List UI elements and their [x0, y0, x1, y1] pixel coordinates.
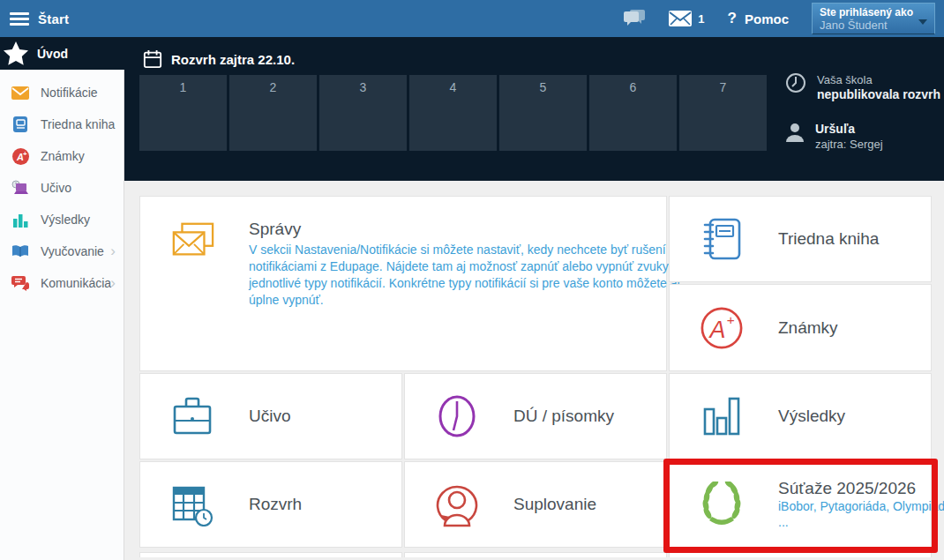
calendar-icon	[143, 49, 162, 69]
logged-in-user-dropdown[interactable]: Ste prihlásený ako Jano Študent	[812, 3, 935, 34]
tile-description: V sekcii Nastavenia/Notifikácie si môžet…	[249, 242, 694, 309]
person-icon	[785, 122, 805, 143]
grade-a-plus-icon: A +	[700, 305, 744, 351]
teacher-info: zajtra: Sergej	[815, 137, 883, 152]
edupage-home-page: Štart 1 ? Pomoc Ste pri	[0, 0, 944, 560]
partial-tile	[404, 552, 667, 557]
tile-title: Výsledky	[778, 407, 845, 426]
clock-icon	[785, 72, 806, 93]
sidebar-item-uvod[interactable]: Úvod	[0, 37, 124, 70]
next-row-partial	[139, 552, 932, 557]
login-status-label: Ste prihlásený ako	[820, 6, 927, 19]
tile-vysledky[interactable]: Výsledky	[669, 373, 932, 459]
sidebar-item-label: Úvod	[37, 47, 68, 61]
timetable-title: Rozvrh zajtra 22.10.	[171, 52, 295, 67]
tile-suplovanie[interactable]: Suplovanie	[404, 461, 667, 548]
tile-title: Známky	[778, 318, 838, 338]
teacher-name: Uršuľa	[815, 122, 883, 137]
svg-text:+: +	[727, 312, 735, 327]
clock-icon	[435, 394, 479, 438]
period-cell[interactable]: 7	[679, 75, 767, 151]
tile-spravy[interactable]: Správy V sekcii Nastavenia/Notifikácie s…	[139, 196, 667, 371]
school-label: Vaša škola	[817, 72, 940, 87]
tile-title: Triedna kniha	[778, 229, 879, 249]
top-bar: Štart 1 ? Pomoc Ste pri	[0, 0, 944, 37]
grade-a-plus-icon: A +	[11, 147, 29, 165]
help-button[interactable]: ? Pomoc	[728, 10, 789, 27]
substitution-person-icon	[435, 482, 479, 527]
sidebar-item-triedna-kniha[interactable]: Triedna kniha	[0, 108, 124, 140]
chevron-down-icon	[918, 19, 927, 25]
double-envelope-icon	[170, 221, 214, 260]
period-row: 1 2 3 4 5 6 7	[139, 75, 767, 151]
messages-envelope-icon[interactable]: 1	[669, 11, 704, 26]
open-book-icon	[11, 243, 29, 260]
user-name: Jano Študent	[820, 19, 927, 33]
tile-title: Súťaže 2025/2026	[778, 479, 944, 498]
tile-rozvrh[interactable]: Rozvrh	[139, 461, 402, 548]
teacher-substitution-info: Uršuľa zajtra: Sergej	[785, 122, 940, 152]
tile-title: Suplovanie	[513, 495, 596, 514]
svg-text:+: +	[23, 150, 27, 158]
period-cell[interactable]: 5	[499, 75, 587, 151]
partial-tile	[669, 552, 932, 557]
chevron-right-icon: ›	[110, 243, 116, 260]
main-content: Správy V sekcii Nastavenia/Notifikácie s…	[124, 181, 944, 560]
period-cell[interactable]: 3	[319, 75, 407, 151]
school-status: nepublikovala rozvrh	[817, 87, 940, 102]
spiral-notebook-icon	[700, 217, 744, 261]
tile-title: Správy	[249, 220, 694, 239]
period-cell[interactable]: 4	[409, 75, 497, 151]
sidebar-item-vysledky[interactable]: Výsledky	[0, 204, 124, 235]
sidebar-item-znamky[interactable]: A + Známky	[0, 140, 124, 172]
bar-chart-icon	[11, 211, 29, 228]
tile-triedna-kniha[interactable]: Triedna kniha	[669, 196, 932, 282]
hamburger-menu-icon[interactable]	[10, 10, 29, 28]
laptop-clock-icon	[11, 179, 29, 197]
chevron-right-icon: ›	[110, 274, 116, 292]
tile-ucivo[interactable]: Učivo	[139, 373, 402, 459]
bar-chart-icon	[700, 395, 744, 437]
tile-subtitle: iBobor, Pytagoriáda, Olympiáda, ...	[778, 498, 944, 530]
sidebar: Notifikácie Triedna kniha A + Známky	[0, 70, 124, 560]
period-cell[interactable]: 6	[589, 75, 677, 151]
sidebar-item-vyucovanie[interactable]: Vyučovanie ›	[0, 235, 124, 267]
sidebar-item-komunikacia[interactable]: Komunikácia ›	[0, 267, 124, 299]
school-timetable-status: Vaša škola nepublikovala rozvrh	[785, 72, 940, 102]
svg-text:A: A	[708, 316, 726, 342]
partial-tile	[139, 552, 402, 557]
period-cell[interactable]: 2	[229, 75, 317, 151]
tile-sutaze[interactable]: Súťaže 2025/2026 iBobor, Pytagoriáda, Ol…	[669, 461, 932, 548]
laurel-wreath-icon	[700, 482, 744, 527]
notifications-envelope-icon	[11, 84, 29, 101]
tile-znamky[interactable]: A + Známky	[669, 284, 932, 371]
star-icon	[2, 40, 30, 68]
briefcase-icon	[170, 396, 214, 437]
start-menu-button[interactable]: Štart	[38, 11, 69, 26]
chat-bubbles-icon	[11, 274, 29, 292]
class-register-icon	[11, 116, 29, 133]
unread-mail-count: 1	[698, 12, 704, 26]
tile-du-pisomky[interactable]: DÚ / písomky	[404, 373, 667, 459]
sidebar-item-ucivo[interactable]: Učivo	[0, 172, 124, 204]
timetable-grid-icon	[170, 482, 214, 526]
tile-title: Učivo	[249, 407, 291, 426]
tile-title: Rozvrh	[249, 495, 302, 514]
sidebar-item-notifikacie[interactable]: Notifikácie	[0, 77, 124, 108]
timetable-band: Rozvrh zajtra 22.10. 1 2 3 4 5 6 7 Vaša …	[0, 37, 944, 181]
chat-bubbles-icon[interactable]	[623, 8, 646, 29]
period-cell[interactable]: 1	[139, 75, 227, 151]
tile-title: DÚ / písomky	[513, 407, 614, 426]
question-mark-icon: ?	[728, 10, 737, 27]
timetable-header: Rozvrh zajtra 22.10.	[143, 49, 295, 69]
